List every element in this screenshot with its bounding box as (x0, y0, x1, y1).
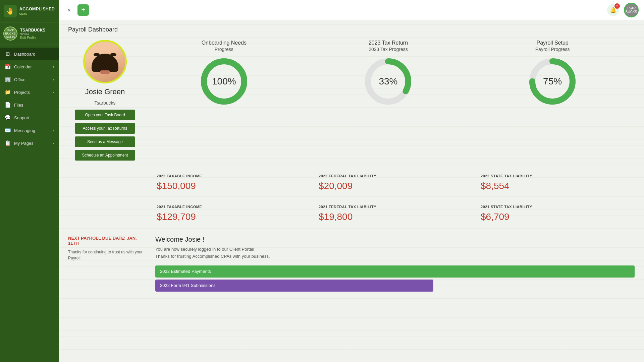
stat-value-4: $19,800 (319, 212, 465, 222)
sidebar-label-office: Office (14, 77, 25, 82)
stat-value-1: $20,009 (319, 181, 465, 191)
tax-return-subtitle: 2023 Tax Progress (369, 47, 408, 52)
messaging-icon: ✉️ (5, 127, 11, 133)
sidebar-item-office[interactable]: 🏢 Office › (0, 73, 59, 86)
topbar-left: « + (64, 4, 89, 16)
payroll-setup-progress-card: Payroll Setup Payroll Progress 75% (519, 40, 586, 108)
edit-profile-link[interactable]: Edit Profile (20, 36, 45, 40)
sidebar-avatar: TSARBUCKSSOFIA (3, 26, 17, 41)
progress-bars: 2022 Estimated Payments 2022 Form 941 Su… (155, 265, 635, 292)
onboarding-percent: 100% (212, 76, 236, 87)
open-task-board-button[interactable]: Open your Task Board (75, 110, 135, 120)
stat-2021-state-tax: 2021 STATE TAX LIABILITY $6,709 (473, 198, 635, 229)
stats-grid: 2022 TAXABLE INCOME $150,009 2022 FEDERA… (139, 167, 644, 232)
stat-label-4: 2021 FEDERAL TAX LIABILITY (319, 205, 465, 209)
welcome-line2: Thanks for trusting Accomplished CPAs wi… (155, 253, 635, 260)
sidebar-item-dashboard[interactable]: ⊞ Dashboard (0, 48, 59, 60)
page-title: Payroll Dashboard (59, 20, 644, 37)
welcome-title: Welcome Josie ! (155, 236, 635, 243)
profile-avatar (83, 40, 127, 83)
dashboard-icon: ⊞ (5, 51, 11, 57)
stat-label-0: 2022 TAXABLE INCOME (157, 174, 303, 178)
schedule-appointment-button[interactable]: Schedule an Appointment (75, 150, 135, 161)
sidebar-label-mypages: My Pages (14, 141, 34, 146)
sidebar-label-support: Support (14, 115, 30, 120)
sidebar-label-files: Files (14, 103, 23, 108)
profile-buttons: Open your Task Board Access your Tax Ret… (75, 110, 135, 161)
stat-2021-taxable-income: 2021 TAXABLE INCOME $129,709 (149, 198, 311, 229)
payroll-setup-title: Payroll Setup (537, 40, 569, 46)
onboarding-title: Onboarding Needs (202, 40, 247, 46)
nav-menu: ⊞ Dashboard 📅 Calendar › 🏢 Office › 📁 Pr… (0, 45, 59, 362)
notification-button[interactable]: 🔔 2 (607, 4, 619, 16)
sidebar-user-info: TSARBUCKS SOFIA Edit Profile (20, 28, 45, 40)
sidebar-logo: 🤚 ACCOMPLISHED cpas (0, 0, 59, 22)
sidebar-item-messaging[interactable]: ✉️ Messaging › (0, 124, 59, 137)
profile-company: Tsarbucks (94, 100, 115, 106)
onboarding-donut: 100% (197, 55, 251, 108)
dashboard-top-section: Josie Green Tsarbucks Open your Task Boa… (59, 37, 644, 167)
topbar-avatar-text: TSARBUCKS (626, 6, 637, 14)
add-button[interactable]: + (77, 4, 89, 16)
sidebar-item-calendar[interactable]: 📅 Calendar › (0, 60, 59, 73)
stat-2022-federal-tax: 2022 FEDERAL TAX LIABILITY $20,009 (311, 167, 473, 198)
send-message-button[interactable]: Send us a Message (75, 136, 135, 147)
chevron-right-icon-3: › (53, 90, 54, 94)
sidebar-item-mypages[interactable]: 📋 My Pages › (0, 137, 59, 149)
profile-panel: Josie Green Tsarbucks Open your Task Boa… (68, 37, 142, 161)
user-avatar-top[interactable]: TSARBUCKS (624, 3, 639, 17)
topbar-right: 🔔 2 TSARBUCKS (607, 3, 639, 17)
stat-label-3: 2021 TAXABLE INCOME (157, 205, 303, 209)
bar-2022-form941: 2022 Form 941 Submissions (155, 280, 433, 292)
collapse-sidebar-button[interactable]: « (64, 5, 74, 15)
sidebar-label-dashboard: Dashboard (14, 52, 36, 57)
welcome-panel: Welcome Josie ! You are now securely log… (155, 236, 635, 292)
calendar-icon: 📅 (5, 64, 11, 70)
stat-label-2: 2022 STATE TAX LIABILITY (481, 174, 627, 178)
stat-2022-taxable-income: 2022 TAXABLE INCOME $150,009 (149, 167, 311, 198)
sidebar-label-calendar: Calendar (14, 64, 32, 69)
progress-panels: Onboarding Needs Progress 100% 2023 Tax … (142, 37, 635, 108)
onboarding-subtitle: Progress (215, 47, 233, 52)
profile-name: Josie Green (85, 87, 125, 96)
stat-2021-federal-tax: 2021 FEDERAL TAX LIABILITY $19,800 (311, 198, 473, 229)
office-icon: 🏢 (5, 76, 11, 82)
stat-label-5: 2021 STATE TAX LIABILITY (481, 205, 627, 209)
welcome-line1: You are now securely logged in to our Cl… (155, 246, 635, 253)
payroll-panel: NEXT PAYROLL DUE DATE: JAN. 11TH Thanks … (68, 236, 149, 292)
stat-2022-state-tax: 2022 STATE TAX LIABILITY $8,554 (473, 167, 635, 198)
sidebar-item-projects[interactable]: 📁 Projects › (0, 86, 59, 99)
notification-badge: 2 (614, 3, 620, 9)
sidebar-item-support[interactable]: 💬 Support (0, 111, 59, 124)
tax-return-donut: 33% (361, 55, 415, 108)
payroll-message: Thanks for continuing to trust us with y… (68, 249, 149, 261)
sidebar-avatar-text: TSARBUCKSSOFIA (5, 28, 15, 39)
sidebar-user-subtitle: SOFIA (20, 33, 45, 36)
onboarding-progress-card: Onboarding Needs Progress 100% (191, 40, 258, 108)
projects-icon: 📁 (5, 89, 11, 95)
stat-label-1: 2022 FEDERAL TAX LIABILITY (319, 174, 465, 178)
topbar: « + 🔔 2 TSARBUCKS (59, 0, 644, 20)
tax-return-percent: 33% (379, 76, 397, 87)
content-area: Payroll Dashboard Josie Green Tsarbucks (59, 20, 644, 362)
mypages-icon: 📋 (5, 140, 11, 146)
payroll-setup-subtitle: Payroll Progress (535, 47, 570, 52)
chevron-right-icon: › (53, 65, 54, 69)
logo-icon: 🤚 (4, 5, 17, 17)
stat-value-0: $150,009 (157, 181, 303, 191)
sidebar-username: TSARBUCKS (20, 28, 45, 33)
sidebar-item-files[interactable]: 📄 Files (0, 99, 59, 111)
main-content: « + 🔔 2 TSARBUCKS Payroll Dashboard (59, 0, 644, 362)
chevron-right-icon-2: › (53, 78, 54, 81)
stat-value-3: $129,709 (157, 212, 303, 222)
chevron-right-icon-4: › (53, 129, 54, 132)
access-tax-returns-button[interactable]: Access your Tax Returns (75, 123, 135, 134)
payroll-due-date: NEXT PAYROLL DUE DATE: JAN. 11TH (68, 236, 149, 246)
bar-2022-estimated: 2022 Estimated Payments (155, 265, 635, 278)
tax-return-title: 2023 Tax Return (369, 40, 408, 46)
support-icon: 💬 (5, 115, 11, 121)
chevron-right-icon-5: › (53, 141, 54, 145)
payroll-setup-percent: 75% (543, 76, 562, 87)
user-section: TSARBUCKSSOFIA TSARBUCKS SOFIA Edit Prof… (0, 22, 59, 45)
bottom-section: NEXT PAYROLL DUE DATE: JAN. 11TH Thanks … (59, 232, 644, 295)
